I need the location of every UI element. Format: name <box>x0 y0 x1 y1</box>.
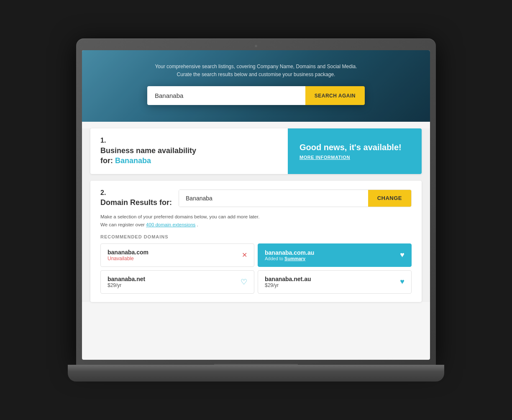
domain-item-com[interactable]: bananaba.com Unavailable ✕ <box>100 243 254 267</box>
summary-link[interactable]: Summary <box>284 256 305 261</box>
section1-inner: 1. Business name availability for: Banan… <box>90 128 422 174</box>
domain-item-net[interactable]: bananaba.net $29/yr ♡ <box>100 270 254 294</box>
domain-item-net-au[interactable]: bananaba.net.au $29/yr ♥ <box>258 270 412 294</box>
domain-extensions-link[interactable]: 400 domain extensions <box>146 222 195 227</box>
main-content: 1. Business name availability for: Banan… <box>82 128 430 302</box>
hero-section: Your comprehensive search listings, cove… <box>82 50 430 122</box>
change-button[interactable]: CHANGE <box>368 190 411 207</box>
search-input[interactable] <box>147 86 305 105</box>
heart-empty-icon-net[interactable]: ♡ <box>241 277 247 287</box>
laptop-frame: Your comprehensive search listings, cove… <box>68 38 444 382</box>
section2-title: Domain Results for: <box>100 198 172 207</box>
section2-title-block: 2. Domain Results for: <box>100 189 172 207</box>
screen-content: Your comprehensive search listings, cove… <box>82 50 430 360</box>
domain-info: bananaba.com Unavailable <box>108 249 148 261</box>
more-info-link[interactable]: MORE INFORMATION <box>300 155 410 160</box>
domain-price-net-au: $29/yr <box>265 282 311 288</box>
domain-price-net: $29/yr <box>108 282 145 288</box>
domain-name-net: bananaba.net <box>108 276 145 282</box>
domain-name-com-au: bananaba.com.au <box>265 249 314 256</box>
section1-for-text: for: <box>100 156 113 165</box>
section2-inner: 2. Domain Results for: CHANGE Make a sel… <box>90 181 422 302</box>
laptop-bottom <box>68 365 444 382</box>
domain-status-com: Unavailable <box>108 256 148 261</box>
camera-icon <box>254 44 258 48</box>
recommended-label: RECOMMENDED DOMAINS <box>100 234 412 239</box>
section1-left: 1. Business name availability for: Banan… <box>90 128 288 174</box>
domain-item-com-au[interactable]: bananaba.com.au Added to Summary ♥ <box>258 243 412 267</box>
domain-info-net-au: bananaba.net.au $29/yr <box>265 276 311 288</box>
selection-hint: Make a selection of your preferred domai… <box>100 213 412 228</box>
domain-search-row: CHANGE <box>179 190 412 207</box>
search-again-button[interactable]: SEARCH AGAIN <box>305 86 365 105</box>
section2-header: 2. Domain Results for: CHANGE <box>100 189 412 207</box>
hero-subtitle: Your comprehensive search listings, cove… <box>99 63 413 79</box>
domain-results-section: 2. Domain Results for: CHANGE Make a sel… <box>90 181 422 302</box>
laptop-screen: Your comprehensive search listings, cove… <box>76 38 436 365</box>
section1-business-name: Bananaba <box>115 156 151 165</box>
domain-search-input[interactable] <box>179 190 368 207</box>
heart-filled-icon-net-au[interactable]: ♥ <box>400 277 404 286</box>
domain-name-com: bananaba.com <box>108 249 148 256</box>
section1-title-text: Business name availability <box>100 146 196 155</box>
section2-number: 2. <box>100 189 172 197</box>
business-name-section: 1. Business name availability for: Banan… <box>90 128 422 174</box>
domain-info-au: bananaba.com.au Added to Summary <box>265 249 314 261</box>
domain-info-net: bananaba.net $29/yr <box>108 276 145 288</box>
domain-added-com-au: Added to Summary <box>265 256 314 261</box>
availability-panel: Good news, it's available! MORE INFORMAT… <box>288 128 422 174</box>
domain-grid: bananaba.com Unavailable ✕ bananaba.com.… <box>100 243 412 294</box>
close-icon: ✕ <box>242 251 247 259</box>
availability-message: Good news, it's available! <box>300 143 410 152</box>
section1-title: Business name availability for: Bananaba <box>100 146 278 166</box>
domain-name-net-au: bananaba.net.au <box>265 276 311 282</box>
search-bar: SEARCH AGAIN <box>147 86 365 105</box>
heart-filled-icon[interactable]: ♥ <box>400 251 404 259</box>
section1-number: 1. <box>100 137 278 144</box>
